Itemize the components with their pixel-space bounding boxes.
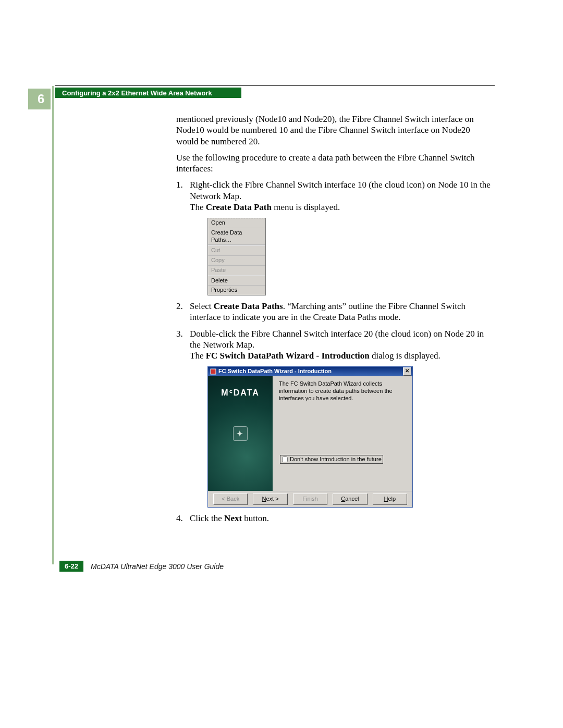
step-1: Right-click the Fibre Channel Switch int… xyxy=(176,179,494,295)
step-3-result: The FC Switch DataPath Wizard - Introduc… xyxy=(190,350,494,361)
close-icon[interactable]: ✕ xyxy=(403,367,411,376)
page: 6 Configuring a 2x2 Ethernet Wide Area N… xyxy=(0,0,563,728)
back-button: < Back xyxy=(213,493,248,505)
dialog-description: The FC Switch DataPath Wizard collects i… xyxy=(279,380,407,402)
menu-item-paste: Paste xyxy=(208,266,265,275)
procedure-steps: Right-click the Fibre Channel Switch int… xyxy=(176,179,494,524)
step-2: Select Create Data Paths. “Marching ants… xyxy=(176,301,494,323)
brand-logo-text: MᶜDATA xyxy=(208,388,273,398)
context-menu: Open Create Data Paths… Cut Copy Paste D… xyxy=(207,218,266,295)
wizard-dialog: FC Switch DataPath Wizard - Introduction… xyxy=(207,366,413,508)
paragraph-intro: mentioned previously (Node10 and Node20)… xyxy=(176,114,494,147)
footer-doc-title: McDATA UltraNet Edge 3000 User Guide xyxy=(91,562,224,571)
menu-item-cut: Cut xyxy=(208,246,265,256)
menu-item-copy: Copy xyxy=(208,256,265,266)
svg-rect-0 xyxy=(211,369,216,374)
top-rule xyxy=(55,85,495,86)
step-3-text: Double-click the Fibre Channel Switch in… xyxy=(190,329,484,350)
dontshow-checkbox-label[interactable]: Don't show Introduction in the future xyxy=(280,455,383,464)
dialog-brand-panel: MᶜDATA ✦ xyxy=(208,376,273,491)
menu-item-delete[interactable]: Delete xyxy=(208,276,265,286)
step-1-result: The Create Data Path menu is displayed. xyxy=(190,202,494,213)
dialog-right-panel: The FC Switch DataPath Wizard collects i… xyxy=(273,376,412,491)
step-3: Double-click the Fibre Channel Switch in… xyxy=(176,328,494,508)
body-content: mentioned previously (Node10 and Node20)… xyxy=(176,114,494,529)
brand-icon: ✦ xyxy=(233,426,248,441)
chapter-number-tab: 6 xyxy=(28,89,51,109)
page-footer: 6-22 McDATA UltraNet Edge 3000 User Guid… xyxy=(59,561,224,572)
menu-item-open[interactable]: Open xyxy=(208,218,265,228)
menu-item-create-data-paths[interactable]: Create Data Paths… xyxy=(208,228,265,245)
dialog-title: FC Switch DataPath Wizard - Introduction xyxy=(218,368,403,375)
cancel-button[interactable]: Cancel xyxy=(333,493,367,505)
section-header-bar: Configuring a 2x2 Ethernet Wide Area Net… xyxy=(55,88,241,98)
dontshow-checkbox[interactable] xyxy=(282,456,288,462)
finish-button: Finish xyxy=(293,493,327,505)
dontshow-text: Don't show Introduction in the future xyxy=(290,456,382,463)
dialog-footer: < Back Next > Finish Cancel Help xyxy=(208,491,412,507)
step-1-text: Right-click the Fibre Channel Switch int… xyxy=(190,180,491,201)
help-button[interactable]: Help xyxy=(373,493,407,505)
dialog-titlebar: FC Switch DataPath Wizard - Introduction… xyxy=(208,367,412,376)
sidebar-line xyxy=(52,86,54,564)
title-icon xyxy=(210,368,216,375)
step-4: Click the Next button. xyxy=(176,513,494,524)
next-button[interactable]: Next > xyxy=(253,493,287,505)
menu-item-properties[interactable]: Properties xyxy=(208,286,265,295)
paragraph-use: Use the following procedure to create a … xyxy=(176,152,494,175)
page-number: 6-22 xyxy=(59,561,83,572)
dialog-body: MᶜDATA ✦ The FC Switch DataPath Wizard c… xyxy=(208,376,412,491)
